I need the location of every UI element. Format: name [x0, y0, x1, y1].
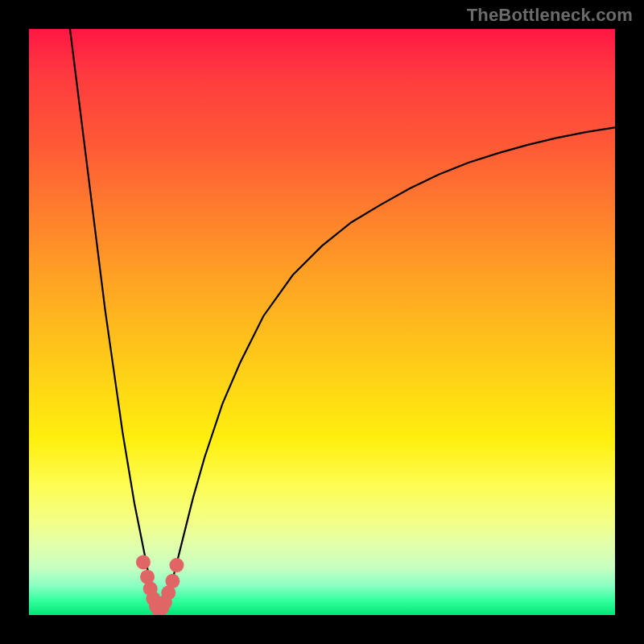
watermark-text: TheBottleneck.com: [467, 5, 633, 26]
chart-svg: [29, 29, 615, 615]
curve-right-branch: [163, 127, 615, 612]
plot-area: [29, 29, 615, 615]
valley-marker-dot: [169, 558, 184, 572]
valley-marker-dot: [136, 555, 151, 569]
chart-frame: TheBottleneck.com: [0, 0, 644, 644]
valley-marker-dot: [165, 574, 180, 588]
series-container: [70, 29, 615, 615]
curve-left-branch: [70, 29, 158, 612]
